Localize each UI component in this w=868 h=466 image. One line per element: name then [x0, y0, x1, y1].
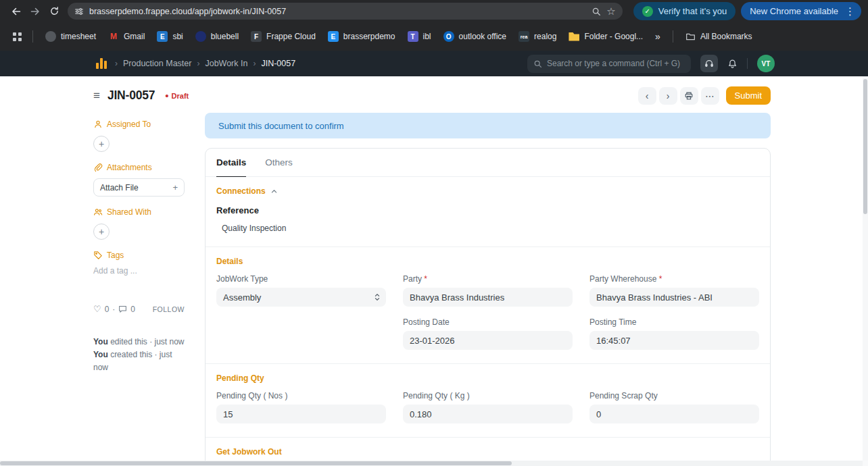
- field-party: Party *: [403, 274, 573, 307]
- dot-separator: ·: [112, 305, 115, 314]
- browser-reload-icon[interactable]: [45, 2, 64, 21]
- bookmark-sbi[interactable]: E sbi: [151, 27, 188, 46]
- browser-back-icon[interactable]: [7, 2, 26, 21]
- connections-group-label: Reference: [216, 205, 759, 215]
- browser-forward-icon[interactable]: [26, 2, 45, 21]
- paperclip-icon: [93, 163, 103, 172]
- search-icon: [533, 59, 542, 68]
- required-asterisk: *: [656, 274, 662, 284]
- field-posting-time: Posting Time: [589, 317, 759, 350]
- next-document-button[interactable]: ›: [659, 87, 677, 105]
- site-settings-icon[interactable]: [74, 7, 84, 16]
- attach-file-button[interactable]: Attach File +: [93, 178, 185, 197]
- add-assignment-button[interactable]: +: [93, 136, 110, 152]
- update-chip-label: New Chrome available: [750, 6, 838, 16]
- assigned-to-label[interactable]: Assigned To: [93, 120, 185, 129]
- bookmark-ibl[interactable]: T ibl: [402, 27, 437, 46]
- timesheet-favicon: [45, 31, 56, 42]
- bookmark-frappe-cloud[interactable]: F Frappe Cloud: [245, 27, 321, 46]
- vertical-scrollbar-thumb[interactable]: [863, 79, 867, 214]
- tags-label[interactable]: Tags: [93, 251, 185, 260]
- like-count: 0: [105, 305, 110, 314]
- breadcrumb-separator-icon: ›: [253, 59, 256, 68]
- bookmark-star-icon[interactable]: ☆: [606, 6, 615, 16]
- browser-menu-icon[interactable]: ⋮: [844, 5, 857, 18]
- bluebell-favicon: [195, 31, 206, 42]
- pending-scrap-input[interactable]: [589, 405, 759, 423]
- global-search[interactable]: [527, 55, 691, 73]
- bookmark-bluebell[interactable]: bluebell: [190, 27, 244, 46]
- quality-inspection-link[interactable]: Quality Inspection: [222, 224, 286, 233]
- jobwork-type-select[interactable]: Assembly: [216, 288, 386, 307]
- tab-details[interactable]: Details: [216, 149, 246, 177]
- apps-grid-icon[interactable]: [8, 28, 26, 45]
- bookmark-realog[interactable]: rea realog: [513, 27, 562, 46]
- bookmark-google-folder[interactable]: Folder - Googl...: [563, 27, 648, 46]
- url-text: brasserpdemo.frappe.cloud/app/jobwork-in…: [89, 7, 586, 16]
- verify-identity-chip[interactable]: ✓ Verify that it's you: [633, 2, 736, 20]
- horizontal-scrollbar[interactable]: [0, 461, 868, 466]
- posting-time-input[interactable]: [589, 331, 759, 350]
- bookmarks-overflow-icon[interactable]: »: [650, 31, 666, 42]
- pending-qty-section: Pending Qty Pending Qty ( Nos ) Pending …: [206, 363, 770, 437]
- app-navbar: › Production Master › JobWork In › JIN-0…: [0, 51, 868, 76]
- pending-qty-heading: Pending Qty: [216, 373, 759, 383]
- page-title: JIN-0057: [107, 88, 155, 103]
- bookmark-brasserpdemo[interactable]: E brasserpdemo: [322, 27, 401, 46]
- global-search-input[interactable]: [547, 59, 685, 68]
- breadcrumb-jobwork-in[interactable]: JobWork In: [205, 59, 247, 68]
- party-warehouse-input[interactable]: [589, 288, 759, 307]
- connections-section-toggle[interactable]: Connections: [216, 186, 759, 196]
- field-pending-kg: Pending Qty ( Kg ): [403, 391, 573, 423]
- ibl-favicon: T: [408, 31, 418, 42]
- divider: [747, 58, 748, 69]
- social-row: ♡ 0 · 0 FOLLOW: [93, 304, 185, 314]
- address-bar[interactable]: brasserpdemo.frappe.cloud/app/jobwork-in…: [68, 3, 623, 20]
- assign-user-icon: [93, 120, 103, 129]
- submit-button[interactable]: Submit: [726, 86, 771, 105]
- details-section-heading: Details: [216, 257, 759, 266]
- bookmark-outlook-office[interactable]: O outlook office: [438, 27, 512, 46]
- sidebar-toggle-icon[interactable]: ≡: [93, 90, 100, 101]
- chrome-update-chip[interactable]: New Chrome available ⋮: [741, 2, 861, 20]
- help-button[interactable]: [700, 55, 718, 72]
- printer-icon: [684, 91, 694, 101]
- more-menu-button[interactable]: ⋯: [701, 87, 719, 105]
- add-share-button[interactable]: +: [93, 224, 110, 240]
- tab-others[interactable]: Others: [265, 149, 293, 177]
- bookmark-timesheet[interactable]: timesheet: [40, 27, 101, 46]
- sbi-favicon: E: [157, 31, 168, 42]
- breadcrumb-production-master[interactable]: Production Master: [123, 59, 191, 68]
- bookmark-gmail[interactable]: M Gmail: [103, 27, 150, 46]
- all-bookmarks-button[interactable]: All Bookmarks: [680, 27, 758, 46]
- field-posting-date: Posting Date: [403, 317, 573, 350]
- pending-nos-label: Pending Qty ( Nos ): [216, 391, 386, 400]
- shared-with-label[interactable]: Shared With: [93, 207, 185, 217]
- shared-users-icon: [93, 207, 103, 217]
- prev-document-button[interactable]: ‹: [638, 87, 656, 105]
- attachments-label[interactable]: Attachments: [93, 163, 185, 172]
- verify-chip-label: Verify that it's you: [658, 6, 727, 16]
- breadcrumb-separator-icon: ›: [115, 59, 118, 68]
- like-heart-icon[interactable]: ♡: [93, 304, 101, 314]
- app-logo-icon[interactable]: [96, 58, 107, 69]
- party-input[interactable]: [403, 288, 573, 307]
- follow-button[interactable]: FOLLOW: [153, 305, 185, 313]
- gmail-favicon: M: [108, 31, 119, 42]
- horizontal-scrollbar-thumb[interactable]: [0, 461, 512, 465]
- folder-favicon: [569, 31, 579, 42]
- scrollbar-corner: [863, 461, 868, 466]
- vertical-scrollbar[interactable]: [863, 76, 868, 461]
- plus-icon: +: [172, 182, 178, 192]
- print-button[interactable]: [680, 87, 698, 105]
- find-in-page-icon[interactable]: [592, 7, 601, 16]
- divider: [32, 30, 33, 43]
- user-avatar[interactable]: VT: [757, 55, 775, 72]
- breadcrumb-current-doc[interactable]: JIN-0057: [261, 59, 295, 68]
- comments-icon[interactable]: [118, 305, 127, 313]
- notifications-bell-icon[interactable]: [727, 59, 738, 69]
- add-tag-input[interactable]: Add a tag ...: [93, 266, 185, 276]
- posting-date-input[interactable]: [403, 331, 573, 350]
- pending-nos-input[interactable]: [216, 405, 386, 423]
- pending-kg-input[interactable]: [403, 405, 573, 423]
